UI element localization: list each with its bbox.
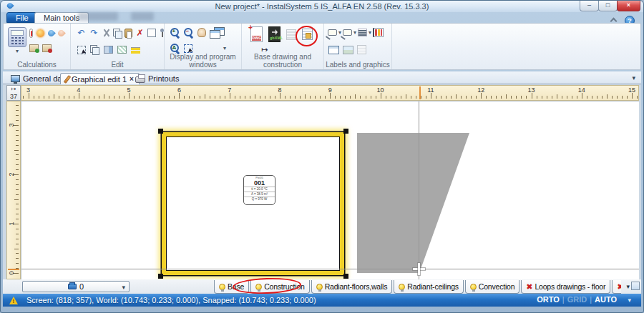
table-icon[interactable] xyxy=(328,46,339,54)
delete-icon[interactable]: ✗ xyxy=(135,28,145,38)
program-windows-icon[interactable] xyxy=(210,27,224,38)
layer-tabs-dropdown-icon[interactable]: ▾ xyxy=(626,283,630,290)
layer-tab-radiant-floors-walls[interactable]: Radiant-floors,walls xyxy=(311,280,393,294)
ruler-tick xyxy=(310,96,311,99)
mode-toggle-orto[interactable]: ORTO xyxy=(537,295,560,304)
layer-tab-label: Convection xyxy=(479,282,515,291)
select-area-icon[interactable] xyxy=(77,46,86,54)
ruler-tick xyxy=(506,94,507,99)
ruler-tick xyxy=(602,96,602,99)
ruler-tick xyxy=(16,219,19,219)
ruler-tick xyxy=(290,96,291,99)
undo-icon[interactable]: ↶ xyxy=(76,28,87,38)
pan-hand-icon[interactable] xyxy=(197,28,206,37)
ruler-tick xyxy=(471,96,472,99)
ruler-tick xyxy=(305,94,306,99)
copy-icon[interactable] xyxy=(113,29,122,38)
chevron-down-icon[interactable]: ▾ xyxy=(8,49,26,54)
vertical-ruler[interactable]: 3210 xyxy=(6,101,21,279)
chevron-down-icon[interactable]: ▾ xyxy=(369,30,371,36)
ruler-tick xyxy=(275,96,275,99)
group-label: Edit xyxy=(71,61,164,69)
chevron-down-icon[interactable]: ▾ xyxy=(223,46,226,51)
zoom-selection-icon[interactable] xyxy=(184,44,192,53)
mode-toggles: ORTO|GRID|AUTO xyxy=(537,295,617,304)
ruler-tick xyxy=(16,164,19,165)
array-copy-icon[interactable] xyxy=(117,46,127,54)
import-dwg-icon[interactable]: + DWG xyxy=(250,26,263,42)
zoom-all-icon[interactable]: A xyxy=(170,44,180,54)
ruler-tick xyxy=(54,94,54,99)
ruler-tick xyxy=(240,96,240,99)
paste-icon[interactable] xyxy=(125,29,132,38)
chart-icon[interactable] xyxy=(373,28,384,37)
modes-dropdown-icon[interactable]: ▾ xyxy=(628,297,631,304)
monitor-icon xyxy=(11,75,20,82)
text-list-icon[interactable] xyxy=(358,29,367,36)
close-button[interactable]: × xyxy=(617,1,640,11)
horizontal-ruler[interactable]: 3456789101112131415 xyxy=(21,85,639,101)
drawing-canvas[interactable]: Po/05 001 ti = 20.0 °C A = 38.9 m² Q = 9… xyxy=(21,101,639,279)
mode-toggle-grid[interactable]: GRID xyxy=(567,295,587,304)
window-controls: – □ × xyxy=(580,1,640,11)
mode-toggle-auto[interactable]: AUTO xyxy=(595,295,617,304)
image-icon[interactable] xyxy=(343,46,353,54)
cut-icon[interactable] xyxy=(102,29,111,38)
ruler-tick xyxy=(270,96,270,99)
title-bar[interactable]: New project* - InstalSystem 5 IS_ALFA EN… xyxy=(1,1,643,12)
tab-graphical-edit-1[interactable]: Graphical edit 1 × xyxy=(60,73,140,84)
crosshair-horizontal-line xyxy=(21,269,639,269)
ruler-tick xyxy=(446,96,447,99)
ruler-tick xyxy=(169,96,170,99)
doc-tabs-dropdown-icon[interactable]: ▾ xyxy=(632,74,635,81)
ruler-tick xyxy=(436,96,436,99)
maximize-button[interactable]: □ xyxy=(598,1,618,11)
cooling-calc-icon[interactable] xyxy=(36,29,44,37)
minimize-button[interactable]: – xyxy=(580,1,599,11)
ruler-tick xyxy=(466,96,467,99)
label-callout-icon[interactable] xyxy=(328,29,337,36)
storey-selector[interactable]: 0 ▾ xyxy=(22,281,130,292)
ruler-tick xyxy=(114,96,114,99)
chevron-down-icon[interactable]: ▾ xyxy=(353,30,356,36)
ruler-tick xyxy=(84,96,84,99)
catalog-error-icon[interactable] xyxy=(42,44,52,52)
status-message: Screen: (818; 357), World: (10.743; 0.23… xyxy=(26,296,316,304)
ruler-tick xyxy=(109,96,109,99)
layer-tool-icon[interactable] xyxy=(631,282,640,290)
selection-handle[interactable] xyxy=(343,274,348,279)
layer-tab-radiant-ceilings[interactable]: Radiant-ceilings xyxy=(394,280,464,294)
import-gbxml-icon[interactable]: gbXML xyxy=(268,26,280,42)
annotation-ellipse-ribbon xyxy=(296,26,318,46)
label-frame-icon[interactable] xyxy=(343,29,352,36)
chevron-down-icon[interactable]: ▾ xyxy=(122,284,125,291)
water-calc-icon[interactable] xyxy=(47,29,56,38)
catalog-update-icon[interactable] xyxy=(29,44,39,52)
ribbon-tab-file[interactable]: File xyxy=(6,12,38,23)
duplicate-icon[interactable] xyxy=(90,45,99,54)
redo-icon[interactable]: ↷ xyxy=(89,28,99,38)
layer-tab-loops-drawings-ceiling[interactable]: ✖Loops drawings - ceiling xyxy=(612,280,621,294)
selection-handle[interactable] xyxy=(158,274,163,279)
chevron-down-icon[interactable]: ▾ xyxy=(338,30,341,36)
tab-printouts[interactable]: Printouts xyxy=(130,73,184,84)
zoom-in-icon[interactable]: + xyxy=(170,28,180,38)
room-label[interactable]: Po/05 001 ti = 20.0 °C A = 38.9 m² Q = 9… xyxy=(243,175,275,205)
zoom-out-icon[interactable]: − xyxy=(184,28,194,38)
warning-icon[interactable]: ! xyxy=(9,297,18,304)
ruler-tick xyxy=(255,94,255,99)
edit-box-icon[interactable] xyxy=(147,29,156,37)
ruler-tick xyxy=(139,96,140,99)
layer-tab-loops-drawings-floor[interactable]: ✖Loops drawings - floor xyxy=(521,280,610,294)
heating-calc-icon[interactable] xyxy=(29,29,33,38)
calculate-button[interactable]: ▾ xyxy=(8,27,26,54)
align-icon[interactable] xyxy=(131,46,140,54)
clone-icon[interactable] xyxy=(104,46,113,54)
water-alt-calc-icon[interactable] xyxy=(57,29,66,38)
selection-handle[interactable] xyxy=(343,129,348,134)
calculator-icon[interactable] xyxy=(8,27,26,47)
ruler-tick xyxy=(582,93,582,99)
selection-handle[interactable] xyxy=(158,129,163,134)
ruler-number: 10 xyxy=(377,86,384,94)
layer-tab-convection[interactable]: Convection xyxy=(465,280,520,294)
